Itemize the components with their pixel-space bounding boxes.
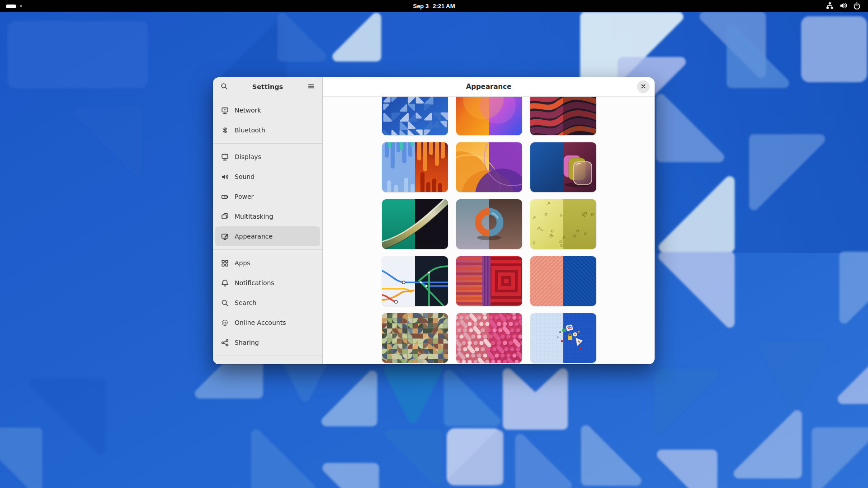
sidebar-header[interactable]: Settings [213,77,322,96]
sidebar-item-label: Multitasking [235,213,273,220]
wallpaper-thumbnail-mosaic-tiles[interactable] [382,313,448,363]
sidebar-item-label: Sound [235,173,255,180]
workspace-pill-active [6,5,16,8]
clock-date: Sep 3 [413,3,429,9]
sidebar-item-displays[interactable]: Displays [215,147,320,167]
power-battery-icon [221,193,229,201]
sidebar-nav: NetworkBluetoothDisplaysSoundPowerMultit… [213,96,322,364]
main-menu-button[interactable] [304,80,318,94]
wallpaper-thumbnail-pink-pills[interactable] [456,313,522,363]
wallpaper-thumbnail-glass-cubes[interactable] [530,142,596,192]
share-icon [221,339,229,347]
sidebar-item-label: Displays [235,153,261,160]
sidebar-separator [213,143,322,144]
clock-time: 2:21 AM [433,3,455,9]
sidebar-separator [213,249,322,250]
sidebar-item-bluetooth[interactable]: Bluetooth [215,120,320,140]
wallpaper-thumbnail-emerald-ribbon[interactable] [382,199,448,249]
wallpaper-thumbnail-blue-triangles[interactable] [382,96,448,135]
bluetooth-icon [221,127,229,134]
wallpaper-thumbnail-dark-red-waves[interactable] [530,96,596,135]
close-icon [640,83,646,91]
appearance-header[interactable]: Appearance [323,77,655,97]
sidebar-item-apps[interactable]: Apps [215,253,320,273]
sidebar-item-sharing[interactable]: Sharing [215,333,320,352]
workspace-indicator[interactable] [6,0,22,12]
bell-icon [221,279,229,287]
wallpaper-thumbnail-red-geometric[interactable] [456,256,522,306]
svg-text:@: @ [222,319,228,326]
sidebar-item-label: Appearance [235,233,273,240]
network-icon [221,107,229,114]
wallpaper-thumbnail-orange-purple-swirl[interactable] [456,142,522,192]
wallpaper-thumbnail-yellow-doodles[interactable] [530,199,596,249]
sidebar-item-label: Search [235,299,256,306]
search-button[interactable] [217,80,231,94]
wallpaper-thumbnail-transit-map[interactable] [382,256,448,306]
settings-window: Settings NetworkBluetoothDisplaysSoundPo… [213,77,655,364]
power-icon [853,2,861,11]
page-title: Appearance [323,83,655,91]
sidebar-item-label: Online Accounts [235,319,286,326]
wallpaper-thumbnail-coral-blue-pattern[interactable] [530,256,596,306]
sidebar-item-network[interactable]: Network [215,100,320,120]
wallpaper-thumbnail-amber-magenta-gradient[interactable] [456,96,522,135]
sidebar-item-label: Network [235,107,261,114]
sidebar-item-multitasking[interactable]: Multitasking [215,206,320,226]
wallpaper-thumbnail-blue-stickers[interactable] [530,313,596,363]
sidebar-item-label: Sharing [235,339,259,346]
sidebar-item-sound[interactable]: Sound [215,167,320,187]
sidebar-separator [213,356,322,356]
appearance-icon [221,233,229,240]
sidebar-item-power[interactable]: Power [215,187,320,206]
clock-button[interactable]: Sep 3 2:21 AM [410,0,458,12]
at-icon: @ [221,319,229,327]
wallpaper-grid [382,96,596,363]
sidebar-title: Settings [231,83,304,90]
sidebar-item-notifications[interactable]: Notifications [215,273,320,293]
system-menu-button[interactable] [823,0,863,12]
wallpaper-thumbnail-blue-orange-drips[interactable] [382,142,448,192]
sidebar-item-label: Apps [235,259,250,267]
sound-icon [221,173,229,181]
magnifier-icon [221,299,229,307]
sidebar-item-appearance[interactable]: Appearance [215,226,320,246]
volume-icon [840,2,847,11]
sidebar-item-label: Notifications [235,279,274,286]
close-button[interactable] [637,80,650,93]
top-bar: Sep 3 2:21 AM [0,0,868,12]
sidebar-item-label: Power [235,193,254,200]
wallpaper-thumbnail-torus-ring[interactable] [456,199,522,249]
settings-sidebar: Settings NetworkBluetoothDisplaysSoundPo… [213,77,323,364]
sidebar-item-online-accounts[interactable]: @Online Accounts [215,313,320,333]
apps-icon [221,259,229,267]
display-icon [221,153,229,161]
multitasking-icon [221,213,229,221]
sidebar-item-label: Bluetooth [235,127,265,134]
search-icon [221,83,228,91]
sidebar-item-search[interactable]: Search [215,293,320,313]
wallpaper-grid-viewport[interactable] [323,96,655,364]
hamburger-menu-icon [307,83,315,91]
network-wired-icon [826,2,834,11]
appearance-panel: Appearance [323,77,655,364]
workspace-dot-inactive [20,5,22,7]
